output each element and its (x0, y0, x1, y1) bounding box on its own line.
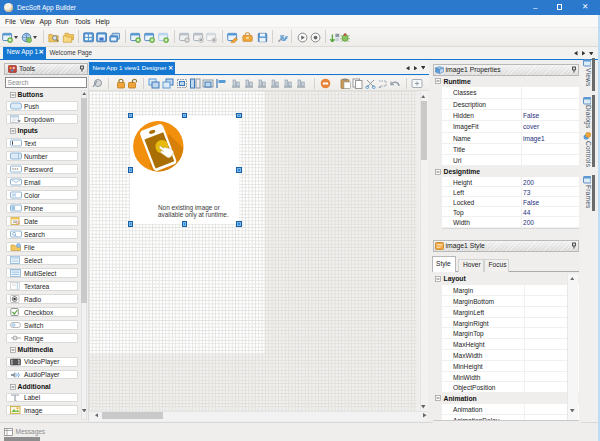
svg-text:31: 31 (15, 220, 20, 225)
